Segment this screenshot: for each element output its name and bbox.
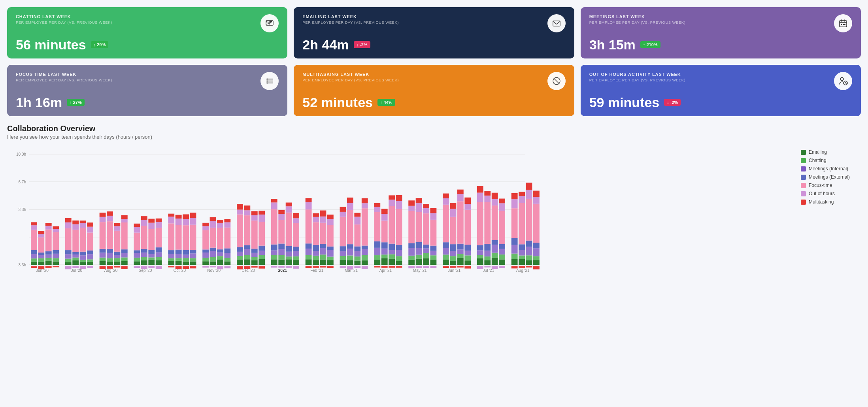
svg-rect-14 (269, 24, 270, 24)
legend-dot (801, 200, 806, 205)
svg-rect-316 (347, 210, 353, 244)
svg-rect-458 (519, 256, 525, 259)
svg-rect-349 (389, 254, 395, 259)
svg-rect-504 (244, 266, 250, 269)
svg-rect-179 (183, 219, 189, 225)
svg-rect-164 (168, 223, 174, 250)
svg-rect-228 (244, 245, 250, 249)
legend-label: Out of hours (809, 191, 835, 196)
focus-icon (260, 72, 279, 90)
svg-rect-303 (327, 215, 334, 219)
svg-rect-82 (72, 254, 79, 258)
svg-rect-372 (416, 248, 422, 255)
svg-rect-143 (141, 220, 147, 226)
svg-rect-274 (293, 213, 299, 218)
svg-rect-59 (45, 258, 52, 260)
svg-rect-6 (270, 21, 271, 22)
svg-rect-447 (499, 203, 505, 211)
svg-rect-46 (31, 254, 37, 258)
svg-rect-525 (423, 266, 429, 268)
svg-rect-476 (533, 197, 540, 204)
svg-rect-350 (389, 250, 395, 254)
svg-rect-477 (533, 191, 540, 197)
svg-rect-483 (65, 266, 72, 269)
svg-rect-444 (499, 249, 505, 254)
svg-rect-490 (121, 266, 128, 269)
svg-rect-410 (457, 201, 464, 243)
svg-rect-189 (202, 261, 209, 265)
svg-rect-251 (271, 209, 277, 245)
svg-rect-464 (526, 260, 532, 265)
svg-rect-70 (53, 229, 59, 232)
legend-dot (801, 191, 806, 196)
svg-rect-442 (499, 259, 505, 265)
svg-rect-403 (450, 217, 457, 244)
svg-rect-445 (499, 244, 505, 249)
svg-rect-434 (484, 191, 491, 196)
svg-rect-146 (148, 257, 155, 260)
legend-label: Chatting (809, 158, 826, 163)
svg-rect-336 (374, 248, 380, 255)
svg-rect-112 (107, 249, 113, 253)
svg-rect-283 (313, 260, 319, 265)
svg-rect-249 (271, 251, 277, 255)
legend-item: Out of hours (801, 191, 861, 196)
svg-rect-384 (430, 260, 437, 265)
svg-rect-526 (430, 266, 437, 268)
svg-rect-88 (80, 260, 86, 262)
svg-rect-89 (80, 255, 86, 260)
svg-rect-202 (210, 217, 216, 221)
svg-rect-411 (457, 194, 464, 201)
svg-rect-279 (306, 243, 312, 249)
svg-rect-308 (340, 246, 346, 251)
svg-text:10.0h: 10.0h (16, 152, 26, 156)
svg-rect-381 (423, 213, 429, 245)
svg-rect-489 (114, 266, 121, 268)
svg-rect-215 (224, 222, 230, 228)
legend-item: Focus-time (801, 183, 861, 188)
svg-rect-302 (327, 219, 334, 225)
svg-rect-184 (190, 250, 196, 253)
svg-rect-63 (45, 226, 52, 230)
svg-rect-379 (423, 248, 429, 253)
svg-rect-501 (217, 266, 223, 269)
svg-rect-225 (244, 259, 250, 265)
svg-rect-474 (533, 243, 540, 248)
svg-rect-343 (381, 249, 388, 254)
svg-rect-187 (190, 213, 196, 218)
card-multitask-value: 52 minutes (302, 96, 373, 109)
svg-rect-229 (244, 215, 250, 245)
legend-label: Meetings (Internal) (809, 166, 848, 171)
card-outofhours-subtitle: PER EMPLOYEE PER DAY (VS. PREVIOUS WEEK) (589, 78, 686, 82)
svg-rect-92 (80, 223, 86, 228)
svg-rect-69 (53, 232, 59, 250)
svg-rect-207 (217, 228, 223, 249)
svg-rect-532 (484, 266, 491, 268)
overview-section: Collaboration Overview Here you see how … (7, 124, 861, 281)
svg-rect-262 (286, 256, 292, 259)
svg-rect-432 (484, 202, 491, 244)
svg-rect-96 (87, 254, 93, 259)
svg-rect-183 (190, 253, 196, 258)
svg-rect-531 (477, 266, 483, 269)
svg-rect-173 (175, 215, 182, 219)
svg-rect-438 (492, 240, 498, 245)
svg-rect-323 (354, 224, 360, 246)
svg-rect-219 (237, 256, 243, 260)
svg-rect-518 (362, 266, 368, 269)
svg-rect-258 (278, 220, 285, 244)
top-cards-row1: CHATTING LAST WEEK PER EMPLOYEE PER DAY … (7, 7, 861, 58)
card-meetings: MEETINGS LAST WEEK PER EMPLOYEE PER DAY … (581, 7, 861, 58)
svg-rect-453 (511, 238, 518, 245)
legend-item: Meetings (External) (801, 174, 861, 180)
svg-rect-86 (72, 220, 79, 224)
svg-rect-285 (313, 251, 319, 256)
svg-rect-426 (477, 193, 483, 202)
svg-rect-334 (374, 260, 380, 265)
svg-rect-47 (31, 250, 37, 254)
svg-rect-404 (450, 209, 457, 217)
svg-rect-484 (72, 266, 79, 268)
card-meetings-title: MEETINGS LAST WEEK (589, 14, 686, 19)
svg-rect-103 (100, 258, 106, 261)
svg-rect-466 (526, 247, 532, 256)
